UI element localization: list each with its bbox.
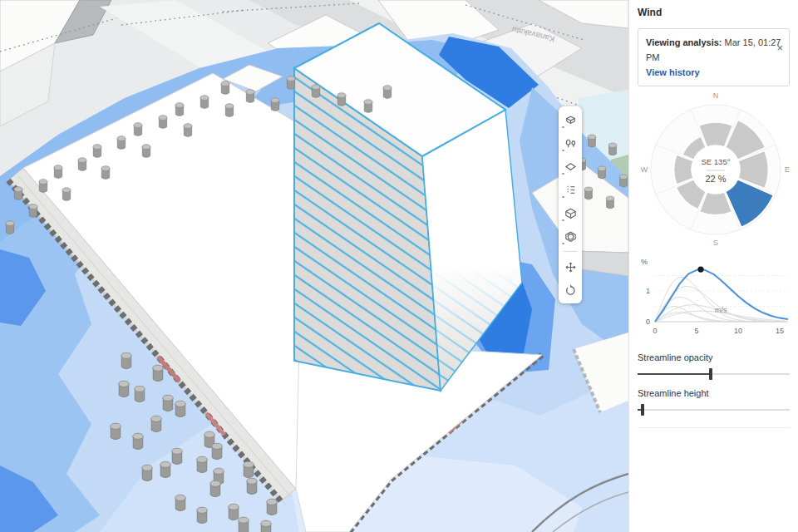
- viewport-3d[interactable]: Kanavakatu: [0, 0, 628, 532]
- close-icon[interactable]: ×: [776, 42, 783, 53]
- geometry-icon[interactable]: [559, 224, 582, 248]
- panel-divider: [638, 427, 790, 428]
- svg-text:22 %: 22 %: [705, 174, 726, 184]
- viewing-analysis-card: Viewing analysis: Mar 15, 01:27 PM View …: [638, 28, 790, 86]
- svg-text:N: N: [713, 91, 719, 100]
- wind-speed-chart: 05101501%m/s: [638, 254, 791, 339]
- streamline-opacity-slider[interactable]: [638, 368, 790, 380]
- move-icon[interactable]: [559, 255, 582, 278]
- levels-icon[interactable]: [559, 178, 582, 201]
- wind-analysis-panel: Wind Viewing analysis: Mar 15, 01:27 PM …: [628, 0, 798, 532]
- streamline-opacity-label: Streamline opacity: [638, 352, 790, 362]
- svg-text:S: S: [713, 239, 718, 247]
- svg-text:0: 0: [646, 318, 650, 326]
- viewing-analysis-label: Viewing analysis:: [646, 37, 722, 47]
- slider-handle[interactable]: [641, 404, 644, 416]
- svg-text:E: E: [785, 165, 790, 174]
- surface-icon[interactable]: [559, 155, 582, 178]
- streamline-height-slider[interactable]: [638, 404, 790, 416]
- streamline-height-label: Streamline height: [638, 388, 790, 398]
- viewport-3d-scene[interactable]: Kanavakatu: [0, 0, 628, 532]
- streamline-opacity-block: Streamline opacity: [638, 352, 790, 380]
- toolbar-divider: [564, 251, 577, 252]
- streamline-height-block: Streamline height: [638, 388, 790, 416]
- svg-text:5: 5: [694, 327, 698, 335]
- volume-icon[interactable]: [559, 201, 582, 224]
- vegetation-icon[interactable]: [559, 131, 582, 155]
- svg-text:SE 135°: SE 135°: [702, 157, 731, 166]
- svg-text:0: 0: [653, 327, 657, 335]
- view-history-link[interactable]: View history: [646, 65, 700, 80]
- panel-title: Wind: [638, 7, 790, 18]
- wind-rose[interactable]: SE 135°22 %NESW: [638, 86, 796, 251]
- rotate-icon[interactable]: [559, 278, 582, 302]
- svg-text:%: %: [641, 258, 648, 266]
- svg-text:W: W: [641, 165, 648, 174]
- svg-text:1: 1: [646, 287, 650, 295]
- viewport-toolbar: [559, 106, 582, 303]
- svg-text:15: 15: [776, 327, 784, 335]
- extrude-building-icon[interactable]: [559, 108, 582, 131]
- svg-text:10: 10: [734, 327, 742, 335]
- svg-text:m/s: m/s: [715, 306, 727, 314]
- slider-handle[interactable]: [709, 368, 712, 380]
